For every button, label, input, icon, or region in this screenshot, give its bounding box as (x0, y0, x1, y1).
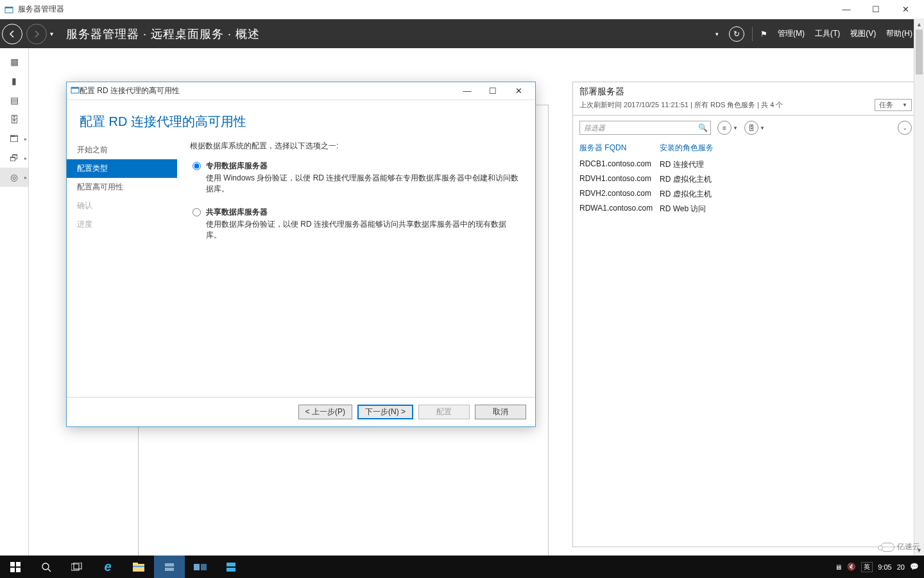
dialog-icon (71, 85, 80, 96)
dialog-minimize-button[interactable]: — (454, 82, 480, 100)
taskbar-app1-button[interactable] (185, 556, 216, 578)
svg-rect-20 (227, 568, 235, 572)
table-row[interactable]: RDVH2.contoso.comRD 虚拟化主机 (579, 187, 912, 202)
refresh-button[interactable]: ↻ (726, 19, 747, 48)
nav-step-type[interactable]: 配置类型 (67, 159, 177, 178)
scroll-track[interactable] (914, 30, 924, 545)
nav-step-ha[interactable]: 配置高可用性 (67, 178, 177, 197)
col-header-role[interactable]: 安装的角色服务 (660, 143, 912, 153)
option-shared-title: 共享数据库服务器 (206, 207, 520, 218)
dialog-close-button[interactable]: ✕ (506, 82, 531, 100)
sidebar: ▦ ▮ ▤ 🗄 🗔 🗗 ◎ (0, 48, 29, 556)
dialog-maximize-button[interactable]: ☐ (480, 82, 506, 100)
window-close-button[interactable]: ✕ (891, 0, 920, 19)
dialog-title: 配置 RD 连接代理的高可用性 (80, 85, 180, 96)
start-button[interactable] (0, 556, 31, 578)
svg-rect-13 (133, 563, 138, 565)
svg-rect-15 (165, 563, 174, 566)
task-view-button[interactable] (62, 556, 92, 578)
option-dedicated-title: 专用数据库服务器 (206, 161, 520, 171)
svg-rect-6 (10, 568, 15, 572)
radio-shared[interactable] (193, 208, 201, 216)
servers-table: 服务器 FQDN 安装的角色服务 RDCB1.contoso.comRD 连接代… (573, 140, 918, 216)
clock-time[interactable]: 9:05 (878, 563, 891, 571)
svg-rect-19 (227, 563, 235, 566)
filter-save-button[interactable]: 🗄 (744, 121, 758, 135)
nav-forward-button[interactable] (26, 24, 47, 44)
svg-rect-5 (16, 562, 21, 566)
window-title: 服务器管理器 (18, 4, 64, 15)
search-button[interactable] (31, 556, 62, 578)
ime-indicator[interactable]: 英 (861, 562, 873, 572)
filter-options-button[interactable]: ≡ (717, 121, 732, 135)
deployment-servers-panel: 部署服务器 上次刷新时间 2017/10/25 11:21:51 | 所有 RD… (572, 82, 919, 547)
taskbar: e 🖥 🔇 英 9:05 20 💬 (0, 556, 924, 578)
menu-tools[interactable]: 工具(T) (812, 19, 843, 48)
clock-date[interactable]: 20 (897, 563, 905, 571)
explorer-button[interactable] (123, 556, 154, 578)
sidebar-hyperv-icon[interactable]: 🗗 (0, 148, 28, 168)
taskbar-app2-button[interactable] (216, 556, 246, 578)
table-row[interactable]: RDWA1.contoso.comRD Web 访问 (579, 202, 912, 216)
dialog-heading: 配置 RD 连接代理的高可用性 (67, 100, 535, 139)
sidebar-dashboard-icon[interactable]: ▦ (0, 52, 28, 71)
window-maximize-button[interactable]: ☐ (861, 0, 891, 19)
dialog-titlebar: 配置 RD 连接代理的高可用性 — ☐ ✕ (67, 82, 535, 100)
scroll-up-button[interactable]: ▲ (914, 19, 925, 30)
notifications-flag-icon[interactable]: ⚑ (758, 19, 770, 48)
sidebar-local-server-icon[interactable]: ▮ (0, 71, 28, 91)
svg-rect-18 (201, 564, 207, 570)
dialog-content: 根据数据库系统的配置，选择以下选项之一: 专用数据库服务器 使用 Windows… (177, 139, 535, 397)
nav-dropdown-icon[interactable]: ▾ (50, 30, 53, 37)
menu-help[interactable]: 帮助(H) (884, 19, 915, 48)
server-manager-button[interactable] (154, 556, 185, 578)
vertical-scrollbar[interactable]: ▲ ▼ (914, 19, 924, 556)
svg-rect-1 (5, 7, 13, 8)
ie-button[interactable]: e (92, 556, 123, 578)
table-row[interactable]: RDCB1.contoso.comRD 连接代理 (579, 157, 912, 172)
watermark: 亿速云 (880, 541, 920, 552)
app-icon (4, 4, 14, 15)
separator (752, 27, 753, 41)
sidebar-iis-icon[interactable]: 🗔 (0, 129, 28, 148)
header-dropdown-icon[interactable]: ▾ (713, 19, 721, 48)
app-header: ▾ 服务器管理器 · 远程桌面服务 · 概述 ▾ ↻ ⚑ 管理(M) 工具(T)… (0, 19, 924, 48)
window-minimize-button[interactable]: — (832, 0, 861, 19)
filter-input[interactable]: 筛选器 🔍 (579, 121, 711, 135)
menu-manage[interactable]: 管理(M) (775, 19, 807, 48)
option-shared-db[interactable]: 共享数据库服务器 使用数据库身份验证，以便 RD 连接代理服务器能够访问共享数据… (190, 207, 520, 241)
sidebar-rds-icon[interactable]: ◎ (0, 168, 28, 187)
table-row[interactable]: RDVH1.contoso.comRD 虚拟化主机 (579, 172, 912, 187)
svg-rect-16 (165, 568, 174, 571)
scroll-thumb[interactable] (916, 30, 923, 74)
radio-dedicated[interactable] (193, 162, 201, 170)
app-body: ▦ ▮ ▤ 🗄 🗔 🗗 ◎ 部署服务器 上次刷新时间 2017/10/25 11… (0, 48, 924, 556)
expand-button[interactable]: ⌄ (898, 121, 912, 135)
option-dedicated-db[interactable]: 专用数据库服务器 使用 Windows 身份验证，以便 RD 连接代理服务器能够… (190, 161, 520, 195)
nav-back-button[interactable] (2, 24, 22, 44)
content-intro: 根据数据库系统的配置，选择以下选项之一: (190, 141, 520, 152)
svg-rect-4 (10, 562, 15, 566)
svg-rect-14 (133, 566, 144, 567)
col-header-fqdn[interactable]: 服务器 FQDN (579, 143, 660, 153)
option-dedicated-desc: 使用 Windows 身份验证，以便 RD 连接代理服务器能够在专用数据库服务器… (206, 173, 520, 195)
volume-icon[interactable]: 🔇 (847, 563, 856, 571)
next-button[interactable]: 下一步(N) > (357, 405, 413, 419)
wizard-nav: 开始之前 配置类型 配置高可用性 确认 进度 (67, 139, 177, 397)
sidebar-file-services-icon[interactable]: 🗄 (0, 110, 28, 129)
breadcrumb: 服务器管理器 · 远程桌面服务 · 概述 (66, 26, 260, 42)
network-icon[interactable]: 🖥 (835, 563, 842, 571)
svg-rect-3 (71, 87, 79, 89)
dialog-footer: < 上一步(P) 下一步(N) > 配置 取消 (67, 397, 535, 426)
nav-step-before[interactable]: 开始之前 (67, 141, 177, 159)
action-center-icon[interactable]: 💬 (910, 563, 919, 571)
sidebar-all-servers-icon[interactable]: ▤ (0, 91, 28, 110)
search-icon[interactable]: 🔍 (698, 123, 708, 132)
cancel-button[interactable]: 取消 (475, 405, 526, 419)
tasks-dropdown[interactable]: 任务▼ (875, 99, 912, 111)
system-tray[interactable]: 🖥 🔇 英 9:05 20 💬 (830, 562, 924, 572)
prev-button[interactable]: < 上一步(P) (298, 405, 352, 419)
menu-view[interactable]: 视图(V) (848, 19, 878, 48)
svg-point-8 (42, 563, 49, 570)
configure-ha-dialog: 配置 RD 连接代理的高可用性 — ☐ ✕ 配置 RD 连接代理的高可用性 开始… (66, 82, 536, 427)
